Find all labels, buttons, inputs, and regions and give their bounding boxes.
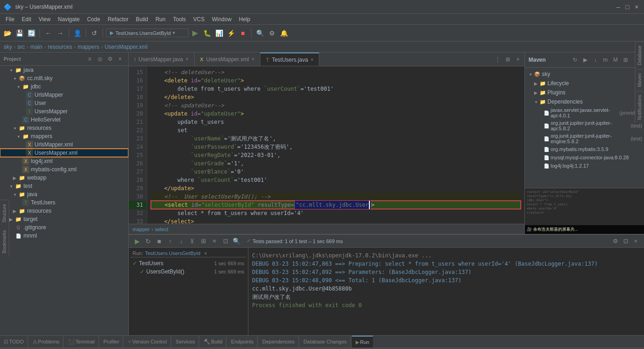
console-panel[interactable]: C:\Users\xrilang\.jdks\openjdk-17.0.2\bi… — [248, 248, 644, 335]
tree-item-mappers[interactable]: ▾ 📁 mappers — [0, 132, 128, 140]
dependencies-tab[interactable]: Dependencies — [259, 336, 299, 348]
side-tab-bookmarks[interactable]: Bookmarks — [1, 227, 8, 257]
maven-refresh-button[interactable]: ↻ — [570, 55, 580, 64]
maven-run-button[interactable]: ▶ — [581, 55, 590, 64]
code-content[interactable]: <!-- deleteUser--> <delete id="deleteUse… — [147, 66, 524, 224]
close-button[interactable]: × — [633, 3, 640, 11]
tree-item-test[interactable]: ▾ 📁 test — [0, 182, 128, 190]
menu-window[interactable]: Window — [208, 15, 236, 23]
services-tab[interactable]: Services — [172, 336, 199, 348]
close-run-button[interactable]: × — [204, 250, 207, 256]
tab-usersmapper-xml[interactable]: X UsersMapper.xml × — [195, 52, 261, 66]
tree-item-java[interactable]: ▾ 📁 java — [0, 66, 128, 74]
stop-button[interactable]: ■ — [237, 28, 248, 39]
vcs-button[interactable]: 👤 — [72, 28, 83, 39]
close-editor-button[interactable]: × — [513, 55, 523, 64]
split-editor-button[interactable]: ⊞ — [503, 55, 512, 64]
tree-item-target[interactable]: ▶ 📁 target — [0, 215, 128, 223]
menu-code[interactable]: Code — [83, 15, 104, 23]
panel-settings-button[interactable]: ⚙ — [611, 237, 620, 246]
menu-vcs[interactable]: VCS — [190, 15, 208, 23]
undo-button[interactable]: ↺ — [89, 28, 100, 39]
tree-item-java-test[interactable]: ▾ 📁 java — [0, 190, 128, 198]
maven-settings-button[interactable]: m — [601, 55, 610, 64]
build-tab[interactable]: 🔨 Build — [200, 336, 226, 348]
tree-item-resources[interactable]: ▾ 📁 resources — [0, 124, 128, 132]
maven-item-sky[interactable]: ▾ 📦 sky — [525, 70, 644, 79]
forward-button[interactable]: → — [55, 28, 66, 39]
maven-dep-junit-api[interactable]: ▶ 📄 org.junit.jupiter:junit-jupiter-api:… — [525, 119, 644, 132]
side-tab-notifications[interactable]: Notifications — [636, 91, 643, 123]
run-up-button[interactable]: ↑ — [166, 237, 175, 246]
tree-item-mybatis-config[interactable]: ▶ X mybatis-config.xml — [0, 165, 128, 174]
tree-item-urlsmapper-xml[interactable]: ▶ X UrlsMapper.xml — [0, 140, 128, 149]
editor-settings-button[interactable]: ⋮ — [493, 55, 502, 64]
todo-tab[interactable]: ☑ TODO — [0, 336, 28, 348]
tree-item-gitignore[interactable]: ▶ G .gitignore — [0, 223, 128, 232]
menu-build[interactable]: Build — [132, 15, 152, 23]
maven-dep-log4j[interactable]: ▶ 📄 log4j:log4j:1.2.17 — [525, 162, 644, 170]
breadcrumb-resources[interactable]: resources — [48, 44, 72, 50]
maven-expand-button[interactable]: ⊞ — [621, 55, 630, 64]
endpoints-tab[interactable]: Endpoints — [227, 336, 258, 348]
debug-button[interactable]: 🐛 — [201, 28, 213, 39]
run-stop-button[interactable]: ■ — [155, 237, 164, 246]
version-control-tab[interactable]: ⑂ Version Control — [124, 336, 171, 348]
breadcrumb-project[interactable]: sky — [4, 44, 12, 50]
sync-button[interactable]: 🔄 — [26, 28, 37, 39]
tab-usersmapper-java[interactable]: I UsersMapper.java × — [129, 52, 195, 66]
breadcrumb-file[interactable]: UsersMapper.xml — [104, 44, 147, 50]
close-tab-testusers-java[interactable]: × — [311, 57, 314, 62]
window-controls[interactable]: – □ × — [615, 3, 640, 11]
menu-refactor[interactable]: Refactor — [104, 15, 132, 23]
tree-item-urlsmapper-class[interactable]: ▶ C UrlsMapper — [0, 91, 128, 99]
breadcrumb-mappers[interactable]: mappers — [78, 44, 99, 50]
tree-item-webapp[interactable]: ▶ 📁 webapp — [0, 174, 128, 182]
close-sidebar-button[interactable]: × — [115, 54, 125, 64]
database-changes-tab[interactable]: Database Changes — [300, 336, 351, 348]
profiler-tab[interactable]: Profiler — [100, 336, 124, 348]
save-button[interactable]: 💾 — [14, 28, 25, 39]
breadcrumb-main[interactable]: main — [30, 44, 42, 50]
run-controls[interactable]: ▶ ↻ ■ ↑ ↓ ⊻ ⊞ ≡ ⊡ 🔍 — [132, 237, 241, 246]
run-filter-button[interactable]: ⊻ — [188, 237, 197, 246]
bottom-panel-controls[interactable]: ⚙ ⊡ × — [611, 237, 640, 246]
settings-button[interactable]: ⚙ — [266, 28, 277, 39]
side-tab-maven[interactable]: Maven — [636, 69, 643, 91]
collapse-all-button[interactable]: ≡ — [85, 54, 94, 64]
notifications-button[interactable]: 🔔 — [278, 28, 289, 39]
run-tab[interactable]: ▶ Run — [352, 336, 373, 348]
side-tab-structure[interactable]: Structure — [1, 200, 8, 227]
search-everywhere-button[interactable]: 🔍 — [254, 28, 265, 39]
panel-close-button[interactable]: × — [631, 237, 640, 246]
menu-file[interactable]: File — [2, 15, 18, 23]
menu-tools[interactable]: Tools — [169, 15, 190, 23]
run-group-button[interactable]: ⊞ — [199, 237, 208, 246]
tree-item-testusers[interactable]: ▶ T TestUsers — [0, 198, 128, 207]
maven-dep-mybatis[interactable]: ▶ 📄 org.mybatis:mybatis:3.5.9 — [525, 145, 644, 153]
tree-item-usersmapper-interface[interactable]: ▶ I UsersMapper — [0, 107, 128, 116]
run-rerun-button[interactable]: ↻ — [144, 237, 153, 246]
tree-item-usersmapper-xml[interactable]: ▶ X UsersMapper.xml — [0, 149, 128, 157]
maven-item-plugins[interactable]: ▶ 📁 Plugins — [525, 88, 644, 97]
test-item-testusers[interactable]: ✓ TestUsers 1 sec 669 ms — [131, 259, 246, 268]
tree-item-jdbc[interactable]: ▾ 📁 jdbc — [0, 82, 128, 91]
maven-item-lifecycle[interactable]: ▶ 📁 Lifecycle — [525, 79, 644, 88]
terminal-tab[interactable]: ⬛ Terminal — [64, 336, 99, 348]
maven-dep-servlet[interactable]: ▶ 📄 javax.servlet:javax.servlet-api:4.0.… — [525, 106, 644, 119]
locate-file-button[interactable]: ◎ — [95, 54, 104, 64]
test-item-usersgetbyid[interactable]: ✓ UsersGetById() 1 sec 669 ms — [131, 268, 246, 276]
run-sort-button[interactable]: ≡ — [210, 237, 219, 246]
breadcrumb-src[interactable]: src — [17, 44, 25, 50]
panel-expand-button[interactable]: ⊡ — [621, 237, 630, 246]
profile-button[interactable]: ⚡ — [225, 28, 236, 39]
run-expand-button[interactable]: ⊡ — [221, 237, 230, 246]
coverage-button[interactable]: 📊 — [213, 28, 224, 39]
gear-icon[interactable]: ⚙ — [105, 54, 115, 64]
close-tab-usersmapper-xml[interactable]: × — [252, 57, 254, 62]
maven-item-dependencies[interactable]: ▾ 📁 Dependencies — [525, 97, 644, 106]
tree-item-user[interactable]: ▶ C User — [0, 99, 128, 107]
open-file-button[interactable]: 📂 — [2, 28, 13, 39]
minimize-button[interactable]: – — [615, 3, 622, 11]
run-configuration[interactable]: ▶ TestUsers.UsersGetById ▾ — [106, 29, 189, 37]
